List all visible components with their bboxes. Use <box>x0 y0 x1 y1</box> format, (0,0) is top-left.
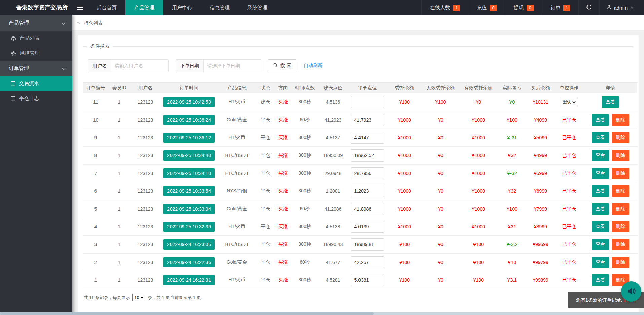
horizontal-scrollbar[interactable] <box>0 312 644 315</box>
delete-button[interactable]: 删除 <box>612 114 629 126</box>
cell-username: 123123 <box>130 236 160 254</box>
cell-entrust-balance: ¥1000 <box>387 218 422 236</box>
cell-product: Gold/黄金 <box>218 200 256 218</box>
close-point-input[interactable] <box>351 274 384 286</box>
order-date-input[interactable] <box>204 60 261 72</box>
close-point-input[interactable] <box>351 221 384 233</box>
view-button[interactable]: 查看 <box>592 185 609 197</box>
username-input[interactable] <box>111 60 168 72</box>
order-time-badge: 2022-09-25 10:34:40 <box>163 150 215 161</box>
cell-direction: 买涨 <box>275 93 292 111</box>
nav-item[interactable]: 用户中心 <box>163 0 201 15</box>
cell-order-id: 10 <box>83 111 108 129</box>
close-point-input[interactable] <box>351 185 384 197</box>
sidebar-section-header[interactable]: 订单管理 <box>0 61 72 76</box>
cell-close-point <box>348 236 387 254</box>
person-icon <box>606 5 611 11</box>
page-size-select[interactable]: 10 <box>132 294 145 301</box>
delete-button[interactable]: 删除 <box>612 185 629 197</box>
delete-button[interactable]: 删除 <box>612 221 629 232</box>
control-select[interactable]: 默认 <box>562 98 577 106</box>
view-button[interactable]: 查看 <box>592 221 609 232</box>
order-time-badge: 2022-09-25 10:34:10 <box>163 168 215 178</box>
close-point-input[interactable] <box>351 149 384 162</box>
column-header: 用户名 <box>130 83 160 93</box>
cell-profit: ¥100 <box>498 200 526 218</box>
cell-valid-entrust: ¥1000 <box>459 147 498 165</box>
cell-product: Gold/黄金 <box>218 254 256 271</box>
view-button[interactable]: 查看 <box>592 150 609 161</box>
cell-product: BTC/USDT <box>218 147 256 165</box>
cell-direction: 买涨 <box>275 271 292 289</box>
cell-username: 123123 <box>130 218 160 236</box>
view-button[interactable]: 查看 <box>592 203 609 215</box>
cell-balance-after: ¥5999 <box>526 165 555 182</box>
menu-toggle-icon[interactable] <box>72 0 88 15</box>
sidebar-item[interactable]: 风控管理 <box>0 46 72 61</box>
view-button[interactable]: 查看 <box>592 132 609 143</box>
delete-button[interactable]: 删除 <box>612 132 629 143</box>
user-menu[interactable]: admin <box>599 0 644 15</box>
delete-button[interactable]: 删除 <box>612 150 629 161</box>
delete-button[interactable]: 删除 <box>612 203 629 215</box>
sidebar-item[interactable]: 平仓日志 <box>0 91 72 106</box>
cell-valid-entrust: ¥1000 <box>459 200 498 218</box>
delete-button[interactable]: 删除 <box>612 257 629 268</box>
column-header: 买后余额 <box>526 83 555 93</box>
closed-status-text: 已平仓 <box>562 206 576 211</box>
nav-item[interactable]: 信息管理 <box>201 0 238 15</box>
delete-button[interactable]: 删除 <box>612 239 629 250</box>
scrollbar-thumb[interactable] <box>0 312 374 315</box>
view-button[interactable]: 查看 <box>592 274 609 286</box>
close-point-input[interactable] <box>351 114 384 126</box>
cell-detail: 查看删除 <box>583 236 637 254</box>
cell-product: HT/火币 <box>218 218 256 236</box>
delete-button[interactable]: 删除 <box>612 168 629 179</box>
close-point-input[interactable] <box>351 96 384 108</box>
close-point-input[interactable] <box>351 203 384 215</box>
search-button[interactable]: 搜 索 <box>268 59 296 72</box>
close-point-input[interactable] <box>351 132 384 144</box>
cell-direction: 买涨 <box>275 236 292 254</box>
view-button[interactable]: 查看 <box>592 114 609 126</box>
cell-valid-entrust: ¥1000 <box>459 129 498 147</box>
nav-item[interactable]: 系统管理 <box>238 0 276 15</box>
cell-valid-entrust: ¥1000 <box>459 111 498 129</box>
toast-message: 您有1条新的订单记录, <box>576 297 622 303</box>
cell-entrust-balance: ¥1000 <box>387 165 422 182</box>
cell-username: 123123 <box>130 93 160 111</box>
close-point-input[interactable] <box>351 256 384 268</box>
cell-valid-entrust: ¥1000 <box>459 218 498 236</box>
column-header: 有效委托余额 <box>459 83 498 93</box>
stat-item[interactable]: 提现0 <box>505 0 542 15</box>
stat-count-badge: 1 <box>453 5 460 11</box>
closed-status-text: 已平仓 <box>562 259 576 265</box>
close-point-input[interactable] <box>351 238 384 251</box>
close-point-input[interactable] <box>351 167 384 179</box>
cell-close-point <box>348 147 387 165</box>
nav-item[interactable]: 产品管理 <box>125 0 163 15</box>
view-button[interactable]: 查看 <box>592 168 609 179</box>
stat-item[interactable]: 在线人数1 <box>421 0 468 15</box>
stat-count-badge: 0 <box>527 5 534 11</box>
cell-status: 平仓 <box>256 129 275 147</box>
auto-refresh-link[interactable]: 自动刷新 <box>304 63 323 69</box>
view-button[interactable]: 查看 <box>602 96 619 108</box>
sidebar-item[interactable]: 交易流水 <box>0 76 72 91</box>
cell-close-point <box>348 93 387 111</box>
cell-entrust-balance: ¥1000 <box>387 147 422 165</box>
stat-count-badge: 1 <box>563 5 570 11</box>
sound-notification-button[interactable] <box>621 281 641 302</box>
stat-item[interactable]: 订单1 <box>542 0 578 15</box>
cell-profit: ¥-3.2 <box>498 236 526 254</box>
cell-order-id: 9 <box>83 129 108 147</box>
sidebar-section-header[interactable]: 产品管理 <box>0 15 72 31</box>
view-button[interactable]: 查看 <box>592 239 609 250</box>
sidebar-item[interactable]: 产品列表 <box>0 31 72 46</box>
stat-item[interactable]: 充值0 <box>468 0 505 15</box>
refresh-button[interactable] <box>578 0 599 15</box>
file-icon <box>11 81 15 86</box>
view-button[interactable]: 查看 <box>592 257 609 268</box>
nav-item[interactable]: 后台首页 <box>88 0 125 15</box>
cell-invalid-entrust: ¥0 <box>422 218 459 236</box>
